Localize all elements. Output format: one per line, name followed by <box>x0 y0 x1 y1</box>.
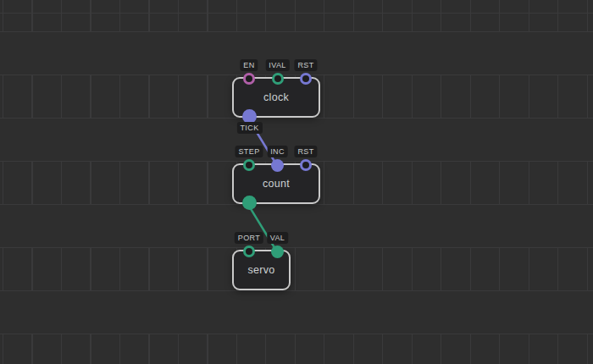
node-editor-canvas[interactable]: clockENIVALRSTTICKcountSTEPINCRSTservoPO… <box>0 0 593 364</box>
node-title: clock <box>234 91 319 103</box>
input-port-clock-rst[interactable] <box>300 73 312 85</box>
input-port-clock-en[interactable] <box>243 73 255 85</box>
input-port-count-rst[interactable] <box>300 159 312 171</box>
output-port-label: TICK <box>236 122 262 134</box>
input-port-servo-val[interactable] <box>271 245 284 258</box>
input-port-count-step[interactable] <box>243 159 255 171</box>
node-count[interactable]: countSTEPINCRST <box>232 163 320 204</box>
input-port-label: EN <box>240 59 258 71</box>
node-servo[interactable]: servoPORTVAL <box>232 250 291 290</box>
input-port-label: IVAL <box>265 59 289 71</box>
input-port-servo-port[interactable] <box>243 245 255 257</box>
input-port-label: INC <box>267 146 288 157</box>
input-port-label: RST <box>294 59 317 71</box>
output-port-count[interactable] <box>242 196 257 210</box>
output-port-clock-tick[interactable] <box>242 109 257 124</box>
input-port-label: RST <box>294 146 317 157</box>
input-port-label: STEP <box>235 146 263 157</box>
input-port-clock-ival[interactable] <box>272 73 284 85</box>
node-title: count <box>234 178 319 190</box>
input-port-label: VAL <box>267 232 289 244</box>
input-port-count-inc[interactable] <box>271 159 284 172</box>
input-port-label: PORT <box>235 232 263 244</box>
node-clock[interactable]: clockENIVALRSTTICK <box>232 77 320 118</box>
node-title: servo <box>234 264 289 276</box>
